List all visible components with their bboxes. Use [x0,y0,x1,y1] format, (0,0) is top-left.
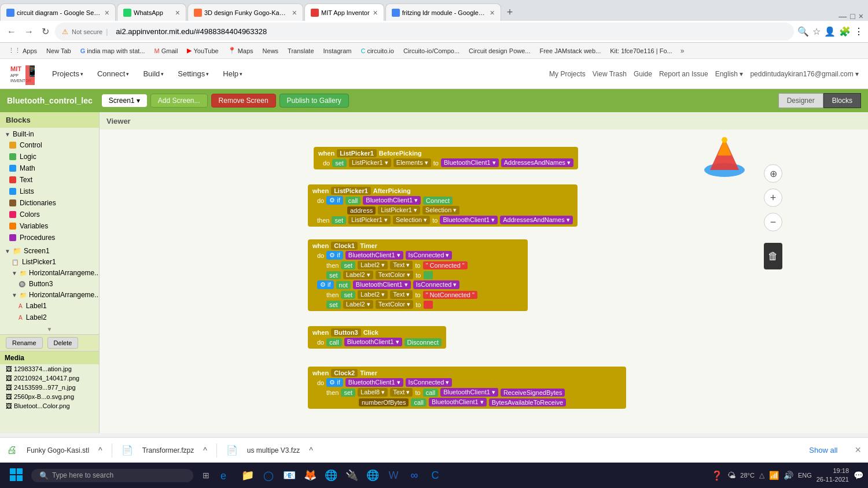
search-browser-icon[interactable]: 🔍 [797,26,809,37]
infinity-icon[interactable]: ∞ [405,466,424,485]
help-circle-icon[interactable]: ❓ [711,470,723,481]
bookmark-circuito2[interactable]: Circuito-io/Compo... [400,46,463,56]
show-all-button[interactable]: Show all [801,442,845,458]
viewer-canvas[interactable]: when ListPicker1 BeforePicking do set Li… [100,130,868,433]
sidebar-item-control[interactable]: Control [0,139,99,151]
mail-icon[interactable]: 📧 [280,466,299,485]
network-icon[interactable]: 📶 [769,471,779,480]
block-listpicker-beforepicking[interactable]: when ListPicker1 BeforePicking do set Li… [314,147,578,169]
rename-button[interactable]: Rename [6,337,43,349]
chrome2-icon[interactable]: 🌐 [363,466,382,485]
blocks-button[interactable]: Blocks [823,93,861,108]
bookmark-newtab[interactable]: New Tab [43,46,75,56]
add-screen-button[interactable]: Add Screen... [150,94,208,108]
start-button[interactable] [5,465,28,486]
download-expand-3[interactable]: ^ [309,446,313,455]
close-btn[interactable]: × [859,12,863,21]
extensions-icon[interactable]: 🧩 [839,26,851,37]
tab-5-close[interactable]: × [490,8,495,17]
trash-button[interactable]: 🗑 [764,243,782,269]
tab-3-close[interactable]: × [292,8,297,17]
media-item-3[interactable]: 🖼 24153599...977_n.jpg [0,383,99,392]
guide-link[interactable]: Guide [634,70,652,78]
block-button3-click[interactable]: when Button3 Click do call BluetoothClie… [308,326,446,349]
edge-icon[interactable]: e [218,466,236,485]
new-tab-button[interactable]: + [502,4,518,21]
language-selector[interactable]: English ▾ [715,70,744,78]
bookmark-instagram[interactable]: Instagram [320,46,355,56]
block-clock2-timer[interactable]: when Clock2 Timer do ⚙ if BluetoothClien… [308,367,626,409]
tab-5[interactable]: fritzing ldr module - Google Sea... × [385,3,501,21]
tab-4[interactable]: MIT App Inventor × [304,3,384,21]
media-item-2[interactable]: 🖼 20210924_140417.png [0,374,99,383]
forward-button[interactable]: → [22,25,36,38]
zoom-in-button[interactable]: + [764,188,782,207]
sidebar-item-variables[interactable]: Variables [0,220,99,232]
target-button[interactable]: ⊕ [764,164,782,183]
screen-tab[interactable]: Screen1 ▾ [102,94,147,107]
help-nav[interactable]: Help ▾ [217,66,248,82]
sidebar-horizontal1-group[interactable]: ▼ 📁 HorizontalArrangeme... [0,268,99,278]
bookmark-indiamap[interactable]: G india map with stat... [77,46,149,56]
sidebar-horizontal2-group[interactable]: ▼ 📁 HorizontalArrangeme... [0,290,99,300]
frida-icon[interactable]: 🔌 [343,466,361,485]
edge2-icon[interactable]: C [426,466,444,485]
profile-icon[interactable]: 👤 [824,26,836,37]
tab-2[interactable]: WhatsApp × [117,3,186,21]
tab-2-close[interactable]: × [175,8,180,17]
remove-screen-button[interactable]: Remove Screen [211,94,276,108]
media-item-4[interactable]: 🖼 2560px-B...o.svg.png [0,392,99,401]
more-bookmarks-icon[interactable]: » [681,47,685,55]
sidebar-item-math[interactable]: Math [0,162,99,174]
bookmark-jamstack[interactable]: Free JAMstack web... [536,46,604,56]
bookmark-circuitdesign[interactable]: Circuit design Powe... [465,46,534,56]
reload-button[interactable]: ↻ [39,25,52,38]
file-explorer-icon[interactable]: 📁 [238,466,257,485]
projects-nav[interactable]: Projects ▾ [46,66,89,82]
sidebar-listpicker1[interactable]: 📋 ListPicker1 [0,256,99,268]
delete-button[interactable]: Delete [47,337,79,349]
designer-button[interactable]: Designer [778,93,823,108]
taskbar-search[interactable]: 🔍 Type here to search [31,469,193,482]
up-arrow-icon[interactable]: △ [759,471,764,479]
publish-gallery-button[interactable]: Publish to Gallery [279,94,349,108]
screen1-group[interactable]: ▼ 📁 Screen1 [0,246,99,256]
volume-icon[interactable]: 🔊 [784,471,793,480]
bookmark-apps[interactable]: ⋮⋮ Apps [5,46,41,56]
download-expand-1[interactable]: ^ [98,446,102,455]
tab-3[interactable]: 3D design Funky Gogo-Kasi | Tin... × [187,3,303,21]
block-clock1-timer[interactable]: when Clock1 Timer do ⚙ if BluetoothClien… [308,239,528,311]
sidebar-item-logic[interactable]: Logic [0,151,99,162]
chrome-icon[interactable]: 🌐 [322,466,340,485]
tab-1-close[interactable]: × [105,8,109,17]
sidebar-item-lists[interactable]: Lists [0,186,99,197]
tab-1[interactable]: circuit diagram - Google Search × [0,3,116,21]
build-nav[interactable]: Build ▾ [137,66,170,82]
notification-icon[interactable]: 💬 [854,471,863,480]
zoom-out-button[interactable]: − [764,213,782,231]
builtin-group[interactable]: ▼ Built-in [0,129,99,139]
bookmark-youtube[interactable]: ▶ YouTube [183,46,222,56]
sidebar-item-text[interactable]: Text [0,174,99,186]
settings-nav[interactable]: Settings ▾ [172,66,215,82]
sidebar-label2[interactable]: A Label2 [0,312,99,323]
connect-nav[interactable]: Connect ▾ [91,66,135,82]
bookmark-gmail[interactable]: M Gmail [151,46,182,56]
sidebar-item-colors[interactable]: Colors [0,209,99,220]
address-input[interactable] [111,25,787,38]
bookmark-icon[interactable]: ☆ [812,26,821,37]
user-account-link[interactable]: peddintudaykiran176@gmail.com ▾ [750,70,859,78]
tab-4-close[interactable]: × [373,8,378,17]
my-projects-link[interactable]: My Projects [549,70,586,78]
maximize-btn[interactable]: □ [850,12,855,21]
sidebar-label1[interactable]: A Label1 [0,300,99,312]
close-downloads-icon[interactable]: × [855,444,861,456]
settings-browser-icon[interactable]: ⋮ [854,26,863,37]
sidebar-item-procedures[interactable]: Procedures [0,232,99,243]
minimize-btn[interactable]: — [838,12,847,21]
sidebar-item-dictionaries[interactable]: Dictionaries [0,197,99,209]
word-icon[interactable]: W [384,466,403,485]
back-button[interactable]: ← [5,25,19,38]
download-expand-2[interactable]: ^ [203,446,207,455]
media-item-5[interactable]: 🖼 Bluetoot...Color.png [0,401,99,411]
